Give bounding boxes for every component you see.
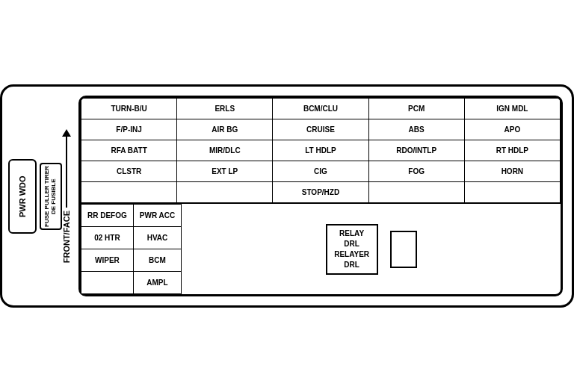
- arrow-front-container: FRONT/FACE: [62, 129, 71, 264]
- top-cell-2-0: RFA BATT: [81, 140, 177, 161]
- left-panel: PWR WDO FUSE PULLER TIRER DE FUSIBLE FRO…: [8, 129, 75, 264]
- relay-label4: DRL: [344, 261, 359, 269]
- relay-box2: [390, 231, 417, 268]
- top-cell-1-0: F/P-INJ: [81, 119, 177, 140]
- top-cell-3-1: EXT LP: [177, 161, 273, 182]
- top-cell-0-4: IGN MDL: [464, 99, 560, 119]
- front-face-label: FRONT/FACE: [62, 211, 71, 263]
- pwr-wdo-box: PWR WDO: [8, 159, 37, 234]
- top-cell-2-2: LT HDLP: [273, 140, 368, 161]
- top-cell-4-2: STOP/HZD: [273, 182, 368, 203]
- bottom-cell-1-0: 02 HTR: [81, 227, 134, 249]
- top-cell-4-4: [464, 182, 560, 203]
- bottom-cell-3-0: [81, 272, 134, 294]
- arrow-up-icon: [62, 129, 71, 137]
- relay-label1: RELAY: [339, 229, 364, 237]
- top-cell-4-1: [177, 182, 273, 203]
- top-cell-0-1: ERLS: [177, 99, 273, 119]
- top-cell-3-4: HORN: [464, 161, 560, 182]
- bottom-cell-1-1: HVAC: [133, 227, 181, 249]
- bottom-section: RR DEFOGPWR ACC02 HTRHVACWIPERBCMAMPL RE…: [81, 203, 561, 294]
- top-cell-1-2: CRUISE: [273, 119, 368, 140]
- fuse-puller-box: FUSE PULLER TIRER DE FUSIBLE: [40, 163, 62, 230]
- arrow-line: [66, 137, 67, 208]
- fuse-box-outer: PWR WDO FUSE PULLER TIRER DE FUSIBLE FRO…: [0, 84, 574, 308]
- bottom-cell-2-1: BCM: [133, 249, 181, 272]
- main-fuse-box: TURN-B/UERLSBCM/CLUPCMIGN MDLF/P-INJAIR …: [78, 96, 563, 296]
- top-cell-1-3: ABS: [368, 119, 464, 140]
- bottom-left-table: RR DEFOGPWR ACC02 HTRHVACWIPERBCMAMPL: [81, 204, 182, 294]
- top-cell-3-3: FOG: [368, 161, 464, 182]
- relay-label2: DRL: [344, 240, 359, 248]
- top-fuse-table: TURN-B/UERLSBCM/CLUPCMIGN MDLF/P-INJAIR …: [81, 98, 561, 203]
- top-cell-0-3: PCM: [368, 99, 464, 119]
- top-cell-2-1: MIR/DLC: [177, 140, 273, 161]
- relay-label3: RELAYER: [334, 250, 369, 258]
- top-cell-4-0: [81, 182, 177, 203]
- pwr-wdo-label: PWR WDO: [18, 175, 27, 217]
- top-cell-1-1: AIR BG: [177, 119, 273, 140]
- bottom-cell-2-0: WIPER: [81, 249, 134, 272]
- bottom-cell-3-1: AMPL: [133, 272, 181, 294]
- top-cell-2-4: RT HDLP: [464, 140, 560, 161]
- top-cell-1-4: APO: [464, 119, 560, 140]
- top-cell-4-3: [368, 182, 464, 203]
- relay-drl-box: RELAY DRL RELAYER DRL: [326, 224, 378, 275]
- bottom-cell-0-1: PWR ACC: [133, 205, 181, 227]
- right-bottom-area: RELAY DRL RELAYER DRL: [182, 204, 561, 294]
- top-cell-3-0: CLSTR: [81, 161, 177, 182]
- top-cell-0-2: BCM/CLU: [273, 99, 368, 119]
- top-cell-3-2: CIG: [273, 161, 368, 182]
- top-cell-0-0: TURN-B/U: [81, 99, 177, 119]
- bottom-cell-0-0: RR DEFOG: [81, 205, 134, 227]
- top-cell-2-3: RDO/INTLP: [368, 140, 464, 161]
- fuse-puller-label: FUSE PULLER TIRER DE FUSIBLE: [44, 166, 58, 227]
